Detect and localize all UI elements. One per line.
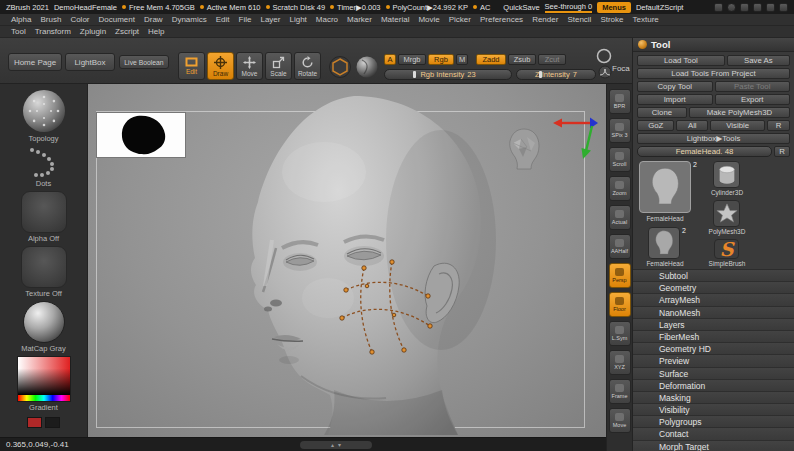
- zadd-button[interactable]: Zadd: [476, 54, 506, 65]
- right-shelf-button[interactable]: Persp: [609, 263, 631, 288]
- save-as-button[interactable]: Save As: [727, 55, 790, 66]
- texture-thumbnail[interactable]: [21, 246, 67, 288]
- tool-subpalette-row[interactable]: Polygroups: [633, 416, 794, 428]
- menu-item[interactable]: Macro: [314, 15, 340, 24]
- menu-item[interactable]: Preferences: [478, 15, 525, 24]
- main-color-swatch[interactable]: [27, 417, 42, 428]
- tool-subpalette-row[interactable]: Layers: [633, 319, 794, 331]
- menu-item[interactable]: Marker: [345, 15, 374, 24]
- menu-item[interactable]: Edit: [214, 15, 232, 24]
- m-button[interactable]: M: [456, 54, 468, 65]
- focal-curve-icon[interactable]: [598, 65, 612, 79]
- canvas[interactable]: [88, 84, 606, 437]
- goz-button[interactable]: GoZ: [637, 120, 674, 131]
- scroll-up-icon[interactable]: ▴: [331, 441, 334, 449]
- right-shelf-button[interactable]: AAHalf: [609, 234, 631, 259]
- tool-subpalette-row[interactable]: Geometry HD: [633, 343, 794, 355]
- export-button[interactable]: Export: [715, 94, 791, 105]
- saturation-square[interactable]: [18, 357, 70, 395]
- zsub-button[interactable]: Zsub: [508, 54, 536, 65]
- active-tool-slider[interactable]: FemaleHead. 48: [637, 146, 772, 157]
- focal-shift-icon[interactable]: [596, 48, 612, 64]
- menu-item[interactable]: Render: [530, 15, 560, 24]
- material-sphere-icon[interactable]: [23, 301, 65, 343]
- minimize-icon[interactable]: [753, 3, 762, 12]
- draw-button[interactable]: Draw: [207, 52, 234, 80]
- goz-visible-button[interactable]: Visible: [710, 120, 765, 131]
- rgb-intensity-slider[interactable]: Rgb Intensity 23: [384, 69, 512, 80]
- clone-button[interactable]: Clone: [637, 107, 687, 118]
- menu-item[interactable]: Zplugin: [78, 27, 108, 36]
- right-shelf-button[interactable]: L.Sym: [609, 321, 631, 346]
- tool-thumbnail[interactable]: [713, 161, 740, 188]
- rotate-button[interactable]: Rotate: [294, 52, 321, 80]
- hue-strip[interactable]: [18, 395, 70, 401]
- menu-item[interactable]: Stroke: [598, 15, 625, 24]
- tool-subpalette-row[interactable]: Preview: [633, 355, 794, 367]
- anti-aliasing-button[interactable]: A: [384, 54, 396, 65]
- maximize-icon[interactable]: [766, 3, 775, 12]
- tool-subpalette-row[interactable]: Subtool: [633, 270, 794, 282]
- color-picker[interactable]: [17, 356, 71, 402]
- lightbox-tools-button[interactable]: Lightbox▶Tools: [637, 133, 790, 144]
- tool-palette-header[interactable]: Tool: [633, 38, 794, 52]
- secondary-color-swatch[interactable]: [45, 417, 60, 428]
- scroll-down-icon[interactable]: ▾: [338, 441, 341, 449]
- right-shelf-button[interactable]: Floor: [609, 292, 631, 317]
- load-tool-button[interactable]: Load Tool: [637, 55, 725, 66]
- edit-button[interactable]: Edit: [178, 52, 205, 80]
- right-shelf-button[interactable]: Scroll: [609, 147, 631, 172]
- dynamic-brush-sphere-icon[interactable]: [355, 55, 379, 79]
- menu-item[interactable]: Light: [287, 15, 308, 24]
- help-icon[interactable]: [740, 3, 749, 12]
- menu-item[interactable]: Texture: [631, 15, 661, 24]
- goz-all-button[interactable]: All: [676, 120, 708, 131]
- tool-subpalette-row[interactable]: ArrayMesh: [633, 294, 794, 306]
- link-icon[interactable]: [714, 3, 723, 12]
- slider-handle[interactable]: [413, 71, 416, 78]
- menu-item[interactable]: File: [237, 15, 254, 24]
- default-zscript-button[interactable]: DefaultZScript: [636, 3, 684, 12]
- sculpted-head-model[interactable]: [206, 90, 506, 435]
- right-shelf-button[interactable]: Zoom: [609, 176, 631, 201]
- menu-item[interactable]: Zscript: [113, 27, 141, 36]
- paste-tool-button[interactable]: Paste Tool: [715, 81, 791, 92]
- menu-item[interactable]: Material: [379, 15, 411, 24]
- import-button[interactable]: Import: [637, 94, 713, 105]
- right-shelf-button[interactable]: Actual: [609, 205, 631, 230]
- right-shelf-button[interactable]: BPR: [609, 89, 631, 114]
- tool-thumbnail[interactable]: [648, 227, 680, 259]
- right-shelf-button[interactable]: SPix 3: [609, 118, 631, 143]
- alpha-thumbnail[interactable]: [21, 191, 67, 233]
- close-icon[interactable]: [779, 3, 788, 12]
- current-brush-icon[interactable]: [22, 89, 66, 133]
- menu-item[interactable]: Stencil: [565, 15, 593, 24]
- menu-item[interactable]: Picker: [447, 15, 473, 24]
- menu-item[interactable]: Dynamics: [170, 15, 209, 24]
- scale-button[interactable]: Scale: [265, 52, 292, 80]
- menu-item[interactable]: Alpha: [9, 15, 33, 24]
- tool-subpalette-row[interactable]: Surface: [633, 368, 794, 380]
- active-tool-r-button[interactable]: R: [774, 146, 790, 157]
- tool-subpalette-row[interactable]: NanoMesh: [633, 307, 794, 319]
- move-button[interactable]: Move: [236, 52, 263, 80]
- menu-item[interactable]: Transform: [33, 27, 73, 36]
- stroke-type-icon[interactable]: [27, 146, 61, 178]
- rgb-button[interactable]: Rgb: [428, 54, 454, 65]
- menu-item[interactable]: Tool: [9, 27, 28, 36]
- menus-button[interactable]: Menus: [597, 2, 631, 13]
- menu-item[interactable]: Draw: [142, 15, 165, 24]
- home-page-button[interactable]: Home Page: [8, 53, 62, 71]
- tool-thumbnail[interactable]: [713, 200, 740, 227]
- lightbox-button[interactable]: LightBox: [65, 53, 115, 71]
- zcut-button[interactable]: Zcut: [538, 54, 566, 65]
- tool-subpalette-row[interactable]: Geometry: [633, 282, 794, 294]
- menu-item[interactable]: Layer: [258, 15, 282, 24]
- colorpick-icon[interactable]: [727, 3, 736, 12]
- make-polymesh3d-button[interactable]: Make PolyMesh3D: [689, 107, 790, 118]
- active-tool-thumbnail[interactable]: [639, 161, 691, 213]
- menu-item[interactable]: Brush: [38, 15, 63, 24]
- tool-subpalette-row[interactable]: Visibility: [633, 404, 794, 416]
- slider-handle[interactable]: [539, 71, 542, 78]
- tool-subpalette-row[interactable]: Deformation: [633, 380, 794, 392]
